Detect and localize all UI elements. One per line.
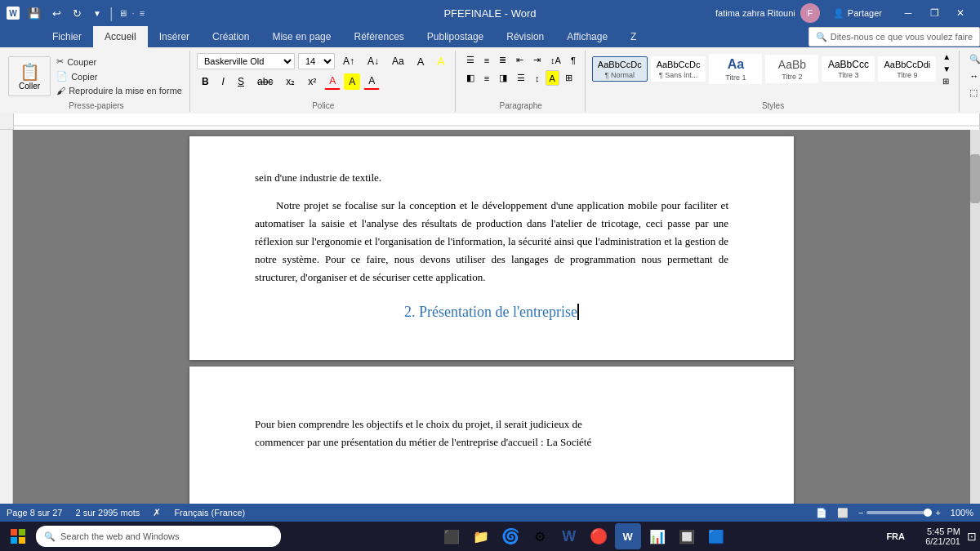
style-normal[interactable]: AaBbCcDc ¶ Normal [592,56,648,81]
minimize-button[interactable]: ─ [895,5,921,21]
font-size-select[interactable]: 14 [298,53,335,69]
bullets-btn[interactable]: ☰ [462,52,479,68]
focus-icon[interactable]: ⬜ [837,508,849,518]
taskbar-search[interactable]: 🔍 Search the web and Windows [36,526,281,547]
increase-indent-btn[interactable]: ⇥ [529,52,545,68]
zoom-in-btn[interactable]: + [935,508,940,518]
clipboard-controls: 📋 Coller ✂ Couper 📄 Copier 🖌 Reproduire … [8,52,185,100]
clear-format-btn[interactable]: A [412,53,430,70]
save-quick-btn[interactable]: 💾 [24,6,44,21]
share-button[interactable]: 👤 Partager [825,5,890,22]
windows-logo-icon [11,529,25,544]
bold-btn[interactable]: B [197,73,214,90]
undo-btn[interactable]: ↩ [49,6,65,21]
tab-accueil[interactable]: Accueil [93,26,148,47]
tab-fichier[interactable]: Fichier [41,26,93,47]
tab-mise-en-page[interactable]: Mise en page [261,26,342,47]
couper-button[interactable]: ✂ Couper [54,56,185,68]
layout-icon[interactable]: 📄 [816,508,827,518]
underline-btn[interactable]: S [233,73,249,90]
borders-btn[interactable]: ⊞ [561,70,577,86]
heading-text: 2. Présentation de l'entreprise [404,304,577,320]
tab-z[interactable]: Z [619,26,648,47]
start-button[interactable] [3,523,33,549]
svg-rect-1 [14,113,979,130]
app-icon-1[interactable]: 📊 [644,523,670,549]
tab-publipostage[interactable]: Publipostage [416,26,495,47]
decrease-indent-btn[interactable]: ⇤ [512,52,528,68]
font-shrink-btn[interactable]: A↓ [363,53,384,69]
paragraph-controls: ☰ ≡ ≣ ⇤ ⇥ ↕A ¶ ◧ ≡ ◨ ☰ ↕ A ⊞ [462,52,580,86]
tab-creation[interactable]: Création [201,26,261,47]
shading-btn[interactable]: A [546,70,559,86]
paste-button[interactable]: 📋 Coller [8,56,51,96]
chrome-icon[interactable]: 🔴 [586,523,612,549]
font-family-select[interactable]: Baskerville Old [197,53,295,69]
zoom-out-btn[interactable]: − [858,508,863,518]
page1-heading: 2. Présentation de l'entreprise [255,304,728,321]
tab-revision[interactable]: Révision [495,26,555,47]
restore-button[interactable]: ❐ [921,5,947,21]
numbering-btn[interactable]: ≡ [480,52,493,68]
app-icon-2[interactable]: 🔲 [674,523,700,549]
tab-references[interactable]: Références [342,26,415,47]
highlight-btn[interactable]: A [344,73,360,90]
font-color-btn2[interactable]: A [363,73,380,90]
app-icon-3[interactable]: 🟦 [703,523,729,549]
style-titre1[interactable]: Aa Titre 1 [709,54,762,84]
copier-button[interactable]: 📄 Copier [54,70,185,82]
customize-btn[interactable]: ▼ [90,7,105,20]
word-taskbar-icon[interactable]: W [556,523,582,549]
edge-icon[interactable]: 🌀 [497,523,523,549]
line-spacing-btn[interactable]: ↕ [531,70,544,86]
style-titre2[interactable]: AaBb Titre 2 [765,55,818,82]
superscript-btn[interactable]: x² [303,73,321,90]
rechercher-button[interactable]: 🔍 Rechercher ▼ [966,52,980,66]
document-title: PFEFINALE - Word [443,7,536,20]
redo-btn[interactable]: ↻ [69,6,85,21]
zoom-slider[interactable] [866,511,932,514]
close-button[interactable]: ✕ [947,5,973,21]
ribbon-search[interactable]: 🔍 Dites-nous ce que vous voulez faire [808,27,980,47]
paragraph-group-label: Paragraphe [500,100,542,110]
task-view-btn[interactable]: ⬛ [439,523,465,549]
text-color-btn[interactable]: A [324,73,341,90]
font-grow-btn[interactable]: A↑ [338,53,359,69]
word-icon: W [7,7,20,20]
taskbar-app-icons: ⬛ 📁 🌀 ⚙ W 🔴 W 📊 🔲 🟦 [439,523,729,549]
font-controls: Baskerville Old 14 A↑ A↓ Aa A A B I S ab… [197,52,450,90]
align-right-btn[interactable]: ◨ [495,70,511,86]
reproduire-button[interactable]: 🖌 Reproduire la mise en forme [54,85,185,96]
styles-scroll-up[interactable]: ▲ [942,52,951,61]
style-titre9[interactable]: AaBbCcDdi Titre 9 [878,56,936,81]
tab-inserer[interactable]: Insérer [148,26,201,47]
italic-btn[interactable]: I [217,73,229,90]
align-left-btn[interactable]: ◧ [462,70,479,86]
multilevel-btn[interactable]: ≣ [495,52,510,68]
subscript-btn[interactable]: x₂ [281,73,300,90]
show-formatting-btn[interactable]: ¶ [567,52,580,68]
style-sans-int[interactable]: AaBbCcDc ¶ Sans int... [651,56,706,81]
styles-scroll-down[interactable]: ▼ [942,64,951,73]
style-normal-preview: AaBbCcDc [598,59,642,70]
vertical-scrollbar[interactable] [970,130,980,504]
justify-btn[interactable]: ☰ [513,70,529,86]
file-explorer-icon[interactable]: 📁 [468,523,494,549]
scrollbar-thumb[interactable] [970,154,980,203]
style-titre3[interactable]: AaBbCcc Titre 3 [822,56,875,82]
sort-btn[interactable]: ↕A [546,52,565,68]
vertical-ruler [0,130,13,504]
strikethrough-btn[interactable]: abc [252,73,278,90]
word-icon2[interactable]: W [615,523,641,549]
highlight-color-btn[interactable]: A [432,52,449,70]
tab-affichage[interactable]: Affichage [555,26,619,47]
selectionner-button[interactable]: ⬚ Sélectionner ▼ [966,86,980,100]
show-desktop-btn[interactable]: ⊡ [967,530,977,543]
svg-rect-6 [19,537,25,544]
change-case-btn[interactable]: Aa [387,53,409,69]
remplacer-button[interactable]: ↔ Remplacer [966,69,980,82]
styles-more[interactable]: ⊞ [942,77,951,86]
document-scroll-area[interactable]: sein d'une industrie de textile. Notre p… [13,130,970,504]
settings-icon[interactable]: ⚙ [527,523,553,549]
align-center-btn[interactable]: ≡ [480,70,493,86]
